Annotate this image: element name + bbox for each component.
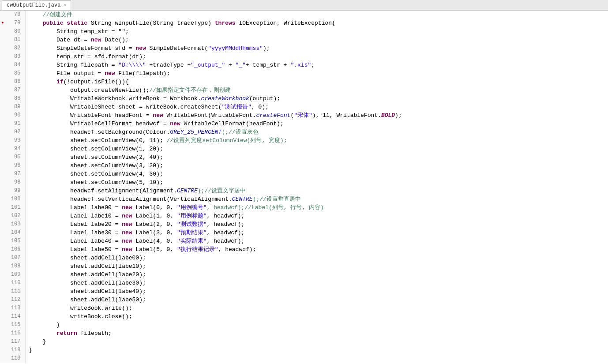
table-row: 81 Date dt = new Date(); xyxy=(0,36,608,44)
line-number: 85 xyxy=(5,69,25,78)
line-number: 94 xyxy=(5,145,25,153)
line-code: sheet.addCell(labe40); xyxy=(25,287,608,296)
line-number: 105 xyxy=(5,237,25,245)
line-marker xyxy=(0,69,5,78)
editor: 78 //创建文件●79 public static String wInput… xyxy=(0,11,608,364)
table-row: 109 sheet.addCell(labe20); xyxy=(0,270,608,279)
line-number: 91 xyxy=(5,120,25,128)
tab-label: cwOutputFile.java xyxy=(7,2,60,8)
line-code: String temp_str = ""; xyxy=(25,27,608,36)
table-row: 90 WritableFont headFont = new WritableF… xyxy=(0,111,608,120)
line-code: sheet.setColumnView(2, 40); xyxy=(25,153,608,161)
line-marker xyxy=(0,44,5,53)
table-row: 80 String temp_str = ""; xyxy=(0,27,608,36)
line-number: 87 xyxy=(5,86,25,94)
table-row: 84 String filepath = "D:\\\\" +tradeType… xyxy=(0,61,608,69)
line-marker: ● xyxy=(0,19,5,27)
line-code: Label labe50 = new Label(5, 0, "执行结果记录",… xyxy=(25,245,608,254)
line-code: sheet.addCell(labe10); xyxy=(25,262,608,270)
line-code: sheet.addCell(labe30); xyxy=(25,279,608,287)
line-code: sheet.addCell(labe00); xyxy=(25,254,608,262)
table-row: 118} xyxy=(0,346,608,354)
line-code: temp_str = sfd.format(dt); xyxy=(25,53,608,61)
table-row: 87 output.createNewFile();//如果指定文件不存在，则创… xyxy=(0,86,608,94)
line-marker xyxy=(0,53,5,61)
line-number: 88 xyxy=(5,94,25,103)
line-marker xyxy=(0,170,5,178)
table-row: 100 headwcf.setVerticalAlignment(Vertica… xyxy=(0,195,608,203)
table-row: 93 sheet.setColumnView(0, 11); //设置列宽度se… xyxy=(0,136,608,145)
line-code: sheet.setColumnView(0, 11); //设置列宽度setCo… xyxy=(25,136,608,145)
table-row: 114 writeBook.close(); xyxy=(0,312,608,321)
line-number: 112 xyxy=(5,296,25,304)
line-code: WritableSheet sheet = writeBook.createSh… xyxy=(25,103,608,111)
line-number: 115 xyxy=(5,321,25,329)
line-number: 90 xyxy=(5,111,25,120)
line-code: headwcf.setBackground(Colour.GREY_25_PER… xyxy=(25,128,608,136)
line-number: 80 xyxy=(5,27,25,36)
line-marker xyxy=(0,128,5,136)
table-row: 101 Label labe00 = new Label(0, 0, "用例编号… xyxy=(0,203,608,212)
line-marker xyxy=(0,11,5,19)
line-code: sheet.setColumnView(3, 30); xyxy=(25,161,608,170)
line-number: 99 xyxy=(5,187,25,195)
line-number: 101 xyxy=(5,203,25,212)
line-marker xyxy=(0,296,5,304)
line-marker xyxy=(0,220,5,229)
line-marker xyxy=(0,187,5,195)
line-number: 108 xyxy=(5,262,25,270)
line-code: SimpleDateFormat sfd = new SimpleDateFor… xyxy=(25,44,608,53)
line-marker xyxy=(0,245,5,254)
line-number: 79 xyxy=(5,19,25,27)
line-marker xyxy=(0,27,5,36)
table-row: 92 headwcf.setBackground(Colour.GREY_25_… xyxy=(0,128,608,136)
line-code: Label labe00 = new Label(0, 0, "用例编号", h… xyxy=(25,203,608,212)
table-row: 85 File output = new File(filepath); xyxy=(0,69,608,78)
line-number: 96 xyxy=(5,161,25,170)
line-marker xyxy=(0,136,5,145)
close-icon[interactable]: × xyxy=(63,3,66,8)
line-code: writeBook.write(); xyxy=(25,304,608,312)
table-row: 95 sheet.setColumnView(2, 40); xyxy=(0,153,608,161)
line-code: Label labe10 = new Label(1, 0, "用例标题", h… xyxy=(25,212,608,220)
table-row: 89 WritableSheet sheet = writeBook.creat… xyxy=(0,103,608,111)
table-row: 103 Label labe20 = new Label(2, 0, "测试数据… xyxy=(0,220,608,229)
line-number: 111 xyxy=(5,287,25,296)
table-row: 116 return filepath; xyxy=(0,329,608,338)
line-code: File output = new File(filepath); xyxy=(25,69,608,78)
table-row: 94 sheet.setColumnView(1, 20); xyxy=(0,145,608,153)
table-row: 112 sheet.addCell(labe50); xyxy=(0,296,608,304)
line-code: headwcf.setAlignment(Alignment.CENTRE);/… xyxy=(25,187,608,195)
line-marker xyxy=(0,111,5,120)
line-marker xyxy=(0,78,5,86)
line-number: 86 xyxy=(5,78,25,86)
table-row: 91 WritableCellFormat headwcf = new Writ… xyxy=(0,120,608,128)
table-row: 105 Label labe40 = new Label(4, 0, "实际结果… xyxy=(0,237,608,245)
line-code: if(!output.isFile()){ xyxy=(25,78,608,86)
editor-tab[interactable]: cwOutputFile.java × xyxy=(2,0,71,10)
line-number: 118 xyxy=(5,346,25,354)
line-marker xyxy=(0,329,5,338)
line-marker xyxy=(0,203,5,212)
line-code: public static String wInputFile(String t… xyxy=(25,19,608,27)
table-row: 119 xyxy=(0,354,608,363)
table-row: 107 sheet.addCell(labe00); xyxy=(0,254,608,262)
line-number: 82 xyxy=(5,44,25,53)
line-code: WritableWorkbook writeBook = Workbook.cr… xyxy=(25,94,608,103)
table-row: 106 Label labe50 = new Label(5, 0, "执行结果… xyxy=(0,245,608,254)
line-marker xyxy=(0,61,5,69)
line-number: 83 xyxy=(5,53,25,61)
line-code: Label labe40 = new Label(4, 0, "实际结果", h… xyxy=(25,237,608,245)
line-number: 107 xyxy=(5,254,25,262)
table-row: 115 } xyxy=(0,321,608,329)
line-code: WritableCellFormat headwcf = new Writabl… xyxy=(25,120,608,128)
line-marker xyxy=(0,346,5,354)
line-marker xyxy=(0,312,5,321)
line-code: return filepath; xyxy=(25,329,608,338)
line-marker xyxy=(0,254,5,262)
line-number: 84 xyxy=(5,61,25,69)
table-row: 82 SimpleDateFormat sfd = new SimpleDate… xyxy=(0,44,608,53)
line-number: 114 xyxy=(5,312,25,321)
line-number: 92 xyxy=(5,128,25,136)
line-code: Date dt = new Date(); xyxy=(25,36,608,44)
